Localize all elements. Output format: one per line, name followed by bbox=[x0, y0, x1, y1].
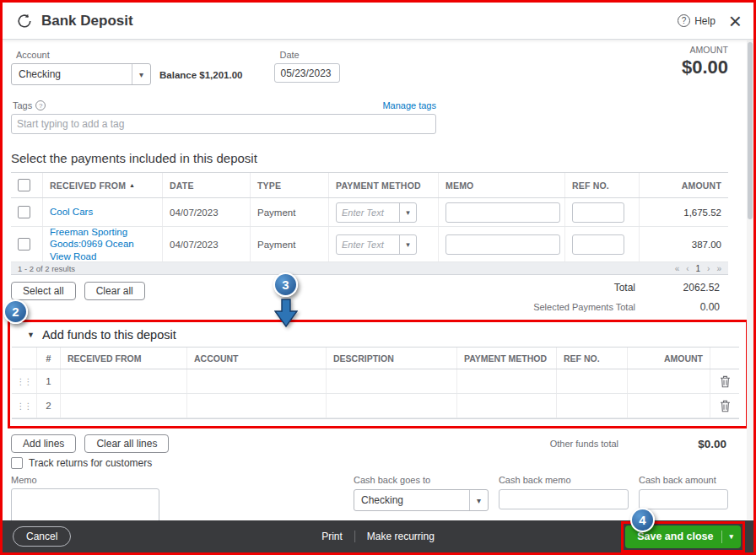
next-page-icon[interactable]: › bbox=[707, 264, 710, 273]
close-icon[interactable]: × bbox=[729, 10, 742, 32]
drag-handle-icon[interactable]: ⋮⋮ bbox=[17, 377, 32, 386]
add-lines-button[interactable]: Add lines bbox=[11, 434, 76, 453]
callout-step-2: 2 bbox=[3, 299, 28, 324]
chevron-down-icon[interactable]: ▾ bbox=[729, 532, 733, 541]
amount-block: AMOUNT $0.00 bbox=[682, 45, 728, 85]
other-funds-label: Other funds total bbox=[550, 439, 618, 449]
bank-deposit-window: Bank Deposit ? Help × Account Checking ▾… bbox=[0, 0, 756, 555]
add-funds-table: # RECEIVED FROM ACCOUNT DESCRIPTION PAYM… bbox=[12, 347, 739, 419]
description-cell[interactable] bbox=[327, 394, 457, 418]
first-page-icon[interactable]: « bbox=[675, 264, 680, 273]
payment-method-cell[interactable] bbox=[457, 369, 557, 393]
amount-cell[interactable] bbox=[628, 394, 710, 418]
trash-icon[interactable] bbox=[720, 400, 731, 412]
cash-back-amount-input[interactable] bbox=[639, 489, 728, 509]
line-number: 2 bbox=[46, 401, 51, 411]
payment-date: 04/07/2023 bbox=[170, 240, 219, 250]
cash-back-memo-input[interactable] bbox=[499, 489, 629, 509]
col-amount: AMOUNT bbox=[628, 348, 710, 369]
payment-method-placeholder: Enter Text bbox=[337, 235, 399, 254]
payment-method-select[interactable]: Enter Text ▾ bbox=[336, 202, 417, 223]
last-page-icon[interactable]: » bbox=[716, 264, 721, 273]
col-payment-method: PAYMENT METHOD bbox=[457, 348, 557, 369]
col-memo: MEMO bbox=[439, 173, 565, 197]
prev-page-icon[interactable]: ‹ bbox=[686, 264, 688, 273]
selected-total-value: 0.00 bbox=[635, 301, 720, 313]
top-form: Account Checking ▾ Balance $1,201.00 Dat… bbox=[11, 50, 728, 85]
make-recurring-button[interactable]: Make recurring bbox=[367, 531, 435, 542]
save-split-divider bbox=[721, 531, 722, 543]
date-input[interactable] bbox=[274, 63, 340, 83]
col-received-from[interactable]: RECEIVED FROM ▲ bbox=[43, 173, 163, 197]
chevron-down-icon: ▾ bbox=[399, 235, 416, 254]
balance-text: Balance $1,201.00 bbox=[159, 70, 242, 80]
payment-type: Payment bbox=[257, 240, 295, 250]
cash-back-account-value: Checking bbox=[354, 490, 469, 510]
chevron-down-icon: ▾ bbox=[469, 490, 488, 510]
manage-tags-link[interactable]: Manage tags bbox=[382, 100, 436, 110]
select-all-button[interactable]: Select all bbox=[11, 282, 76, 300]
scrollbar-thumb[interactable] bbox=[748, 42, 753, 219]
cash-back-account-select[interactable]: Checking ▾ bbox=[354, 489, 489, 511]
received-from-cell[interactable] bbox=[61, 394, 187, 418]
col-account: ACCOUNT bbox=[187, 348, 327, 369]
select-all-checkbox[interactable] bbox=[18, 179, 30, 191]
payment-date: 04/07/2023 bbox=[170, 207, 219, 218]
scrollbar[interactable] bbox=[747, 40, 753, 520]
help-button[interactable]: ? Help bbox=[678, 14, 716, 27]
customer-link[interactable]: Cool Cars bbox=[50, 206, 93, 218]
clear-all-lines-button[interactable]: Clear all lines bbox=[84, 434, 169, 453]
ref-no-input[interactable] bbox=[572, 234, 624, 255]
row-checkbox[interactable] bbox=[18, 238, 30, 251]
collapse-icon: ▼ bbox=[27, 331, 35, 339]
tags-help-icon[interactable]: ? bbox=[35, 100, 46, 110]
customer-link[interactable]: Freeman Sporting Goods:0969 Ocean View R… bbox=[50, 227, 155, 261]
cash-back-amount-label: Cash back amount bbox=[639, 475, 728, 485]
account-cell[interactable] bbox=[187, 394, 327, 418]
payment-method-select[interactable]: Enter Text ▾ bbox=[336, 234, 417, 255]
col-ref-no: REF NO. bbox=[557, 348, 628, 369]
selected-total-label: Selected Payments Total bbox=[533, 302, 635, 312]
track-returns-label: Track returns for customers bbox=[29, 457, 152, 469]
clear-all-button[interactable]: Clear all bbox=[84, 282, 145, 300]
account-cell[interactable] bbox=[187, 369, 327, 393]
totals-block: Total 2062.52 Selected Payments Total 0.… bbox=[533, 282, 728, 313]
current-page[interactable]: 1 bbox=[696, 264, 701, 273]
col-date: DATE bbox=[163, 173, 251, 197]
payment-method-placeholder: Enter Text bbox=[337, 203, 399, 222]
sort-asc-icon: ▲ bbox=[129, 182, 135, 188]
amount-value: $0.00 bbox=[682, 57, 728, 78]
callout-step-3: 3 bbox=[273, 272, 298, 297]
drag-handle-icon[interactable]: ⋮⋮ bbox=[17, 401, 32, 411]
payment-method-cell[interactable] bbox=[457, 394, 557, 418]
help-label: Help bbox=[694, 15, 716, 27]
chevron-down-icon: ▾ bbox=[132, 64, 150, 84]
description-cell[interactable] bbox=[327, 369, 457, 393]
received-from-cell[interactable] bbox=[61, 369, 187, 393]
memo-input[interactable] bbox=[446, 234, 560, 255]
add-funds-heading: Add funds to this deposit bbox=[42, 328, 176, 342]
payment-type: Payment bbox=[257, 207, 295, 218]
bank-deposit-icon bbox=[16, 13, 33, 30]
row-checkbox[interactable] bbox=[18, 206, 30, 218]
add-funds-heading-row[interactable]: ▼ Add funds to this deposit bbox=[12, 324, 739, 347]
ref-no-input[interactable] bbox=[572, 202, 624, 223]
print-button[interactable]: Print bbox=[321, 531, 343, 542]
memo-input[interactable] bbox=[446, 202, 560, 223]
window-header: Bank Deposit ? Help × bbox=[3, 3, 753, 40]
tags-input[interactable] bbox=[11, 114, 436, 134]
trash-icon[interactable] bbox=[720, 375, 731, 388]
cancel-button[interactable]: Cancel bbox=[13, 526, 71, 547]
ref-no-cell[interactable] bbox=[557, 394, 628, 418]
payments-actions: Select all Clear all Total 2062.52 Selec… bbox=[11, 282, 728, 313]
col-num: # bbox=[37, 348, 61, 369]
track-returns-checkbox[interactable] bbox=[11, 457, 23, 469]
col-description: DESCRIPTION bbox=[327, 348, 457, 369]
memo-label: Memo bbox=[11, 475, 159, 485]
payment-amount: 387.00 bbox=[640, 227, 728, 261]
amount-cell[interactable] bbox=[628, 369, 710, 393]
account-select[interactable]: Checking ▾ bbox=[11, 63, 151, 85]
ref-no-cell[interactable] bbox=[557, 369, 628, 393]
add-funds-row: ⋮⋮ 1 bbox=[12, 369, 739, 394]
callout-arrow-down-icon bbox=[274, 299, 298, 331]
